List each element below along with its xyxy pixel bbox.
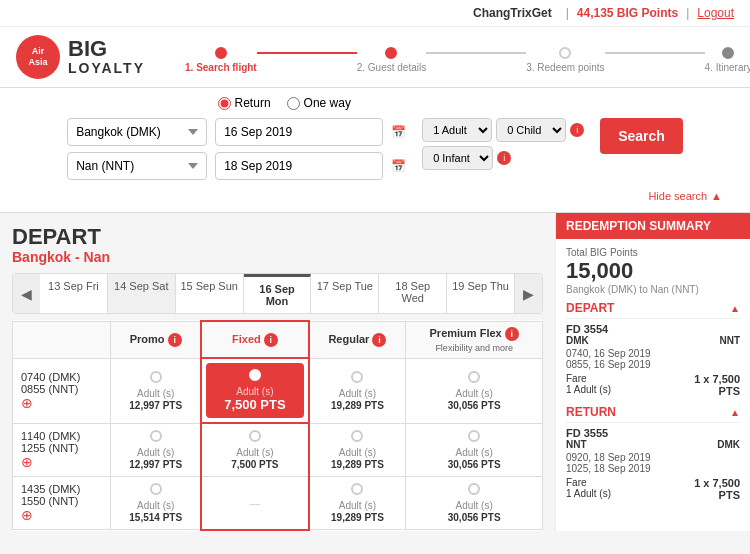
hide-search-label: Hide search xyxy=(648,190,707,202)
logout-link[interactable]: Logout xyxy=(697,6,734,20)
date-tab-0[interactable]: 13 Sep Fri xyxy=(40,274,108,313)
premflex-radio-1 xyxy=(468,430,480,442)
username: ChangTrixGet xyxy=(473,6,552,20)
total-pts-value: 15,000 xyxy=(566,258,740,284)
return-flight-detail: FD 3555 NNT DMK 0920, 18 Sep 2019 1025, … xyxy=(566,427,740,501)
premflex-cell-2[interactable]: Adult (s) 30,056 PTS xyxy=(406,477,543,530)
promo-radio-1 xyxy=(150,430,162,442)
return-date-input[interactable] xyxy=(215,152,383,180)
sep1: | xyxy=(566,6,569,20)
child-select[interactable]: 0 Child xyxy=(496,118,566,142)
promo-cell-2[interactable]: Adult (s) 15,514 PTS xyxy=(111,477,202,530)
premflex-info[interactable]: i xyxy=(505,327,519,341)
col-promo: Promo i xyxy=(111,321,202,358)
table-row: 0740 (DMK) 0855 (NNT) ⊕ Adult (s) 12,997… xyxy=(13,358,543,423)
flight-time-0: 0740 (DMK) 0855 (NNT) ⊕ xyxy=(21,371,102,411)
depart-fare-row: Fare 1 Adult (s) 1 x 7,500 PTS xyxy=(566,373,740,397)
oneway-radio-label[interactable]: One way xyxy=(287,96,351,110)
promo-radio-0 xyxy=(150,371,162,383)
regular-cell-0[interactable]: Adult (s) 19,289 PTS xyxy=(309,358,406,423)
premflex-cell-0[interactable]: Adult (s) 30,056 PTS xyxy=(406,358,543,423)
fixed-selected-0[interactable]: Adult (s) 7,500 PTS xyxy=(206,363,303,418)
return-time1: 0920, 18 Sep 2019 xyxy=(566,452,740,463)
depart-date-input[interactable] xyxy=(215,118,383,146)
date-label-3: 16 Sep Mon xyxy=(259,283,294,307)
origin-select[interactable]: Bangkok (DMK) xyxy=(67,118,207,146)
fixed-cell-1[interactable]: Adult (s) 7,500 PTS xyxy=(201,423,308,477)
premflex-cell-1[interactable]: Adult (s) 30,056 PTS xyxy=(406,423,543,477)
regular-cell-2[interactable]: Adult (s) 19,289 PTS xyxy=(309,477,406,530)
step-1-dot xyxy=(215,47,227,59)
fixed-info[interactable]: i xyxy=(264,333,278,347)
depart-arrow: ▲ xyxy=(730,303,740,314)
return-cal-icon[interactable]: 📅 xyxy=(391,159,406,173)
date-tab-6[interactable]: 19 Sep Thu xyxy=(447,274,515,313)
flight-plus-2[interactable]: ⊕ xyxy=(21,507,33,523)
top-bar: ChangTrixGet | 44,135 BIG Points | Logou… xyxy=(0,0,750,27)
fare-label: Fare xyxy=(566,373,611,384)
regular-cell-1[interactable]: Adult (s) 19,289 PTS xyxy=(309,423,406,477)
adult-select[interactable]: 1 Adult xyxy=(422,118,492,142)
date-tab-1[interactable]: 14 Sep Sat xyxy=(108,274,176,313)
regular-radio-2 xyxy=(351,483,363,495)
return-fare-adult: 1 Adult (s) xyxy=(566,488,611,499)
origin-row: Bangkok (DMK) 📅 xyxy=(67,118,406,146)
depart-cal-icon[interactable]: 📅 xyxy=(391,125,406,139)
pax-info-icon[interactable]: i xyxy=(570,123,584,137)
promo-info[interactable]: i xyxy=(168,333,182,347)
flight-plus-0[interactable]: ⊕ xyxy=(21,395,33,411)
flight-time-cell-2: 1435 (DMK) 1550 (NNT) ⊕ xyxy=(13,477,111,530)
prev-date-arrow[interactable]: ◀ xyxy=(13,274,40,313)
return-time2: 1025, 18 Sep 2019 xyxy=(566,463,740,474)
return-fare-row: Fare 1 Adult (s) 1 x 7,500 PTS xyxy=(566,477,740,501)
depart-airports: DMK NNT xyxy=(566,335,740,346)
step-2: 2. Guest details xyxy=(357,47,426,73)
right-panel: REDEMPTION SUMMARY Total BIG Points 15,0… xyxy=(555,213,750,531)
flight-time-1: 1140 (DMK) 1255 (NNT) ⊕ xyxy=(21,430,102,470)
col-premflex: Premium Flex i Flexibility and more xyxy=(406,321,543,358)
return-dest: DMK xyxy=(717,439,740,450)
return-radio-label[interactable]: Return xyxy=(218,96,271,110)
step-1: 1. Search flight xyxy=(185,47,257,73)
return-radio[interactable] xyxy=(218,97,231,110)
promo-radio-2 xyxy=(150,483,162,495)
depart-fare-pts: 1 x 7,500 PTS xyxy=(694,373,740,397)
hide-search-link[interactable]: Hide search ▲ xyxy=(648,190,722,202)
promo-cell-0[interactable]: Adult (s) 12,997 PTS xyxy=(111,358,202,423)
dest-select[interactable]: Nan (NNT) xyxy=(67,152,207,180)
return-fare-label: Fare xyxy=(566,477,611,488)
return-airports: NNT DMK xyxy=(566,439,740,450)
flight-time-cell-0: 0740 (DMK) 0855 (NNT) ⊕ xyxy=(13,358,111,423)
date-tab-2[interactable]: 15 Sep Sun xyxy=(176,274,244,313)
fixed-cell-0[interactable]: Adult (s) 7,500 PTS xyxy=(201,358,308,423)
depart-origin: DMK xyxy=(566,335,589,346)
date-label-0: 13 Sep Fri xyxy=(48,280,99,292)
next-date-arrow[interactable]: ▶ xyxy=(515,274,542,313)
return-label: Return xyxy=(235,96,271,110)
step-line-1 xyxy=(257,52,357,54)
date-tab-4[interactable]: 17 Sep Tue xyxy=(311,274,379,313)
depart-time2: 0855, 16 Sep 2019 xyxy=(566,359,740,370)
regular-info[interactable]: i xyxy=(372,333,386,347)
date-tab-3[interactable]: 16 Sep Mon xyxy=(244,274,312,313)
flight-plus-1[interactable]: ⊕ xyxy=(21,454,33,470)
return-arrow: ▲ xyxy=(730,407,740,418)
header: AirAsia BIG LOYALTY 1. Search flight 2. … xyxy=(0,27,750,88)
depart-title: DEPART xyxy=(12,225,543,249)
hide-search-icon: ▲ xyxy=(711,190,722,202)
col-flight xyxy=(13,321,111,358)
left-panel: DEPART Bangkok - Nan ◀ 13 Sep Fri 14 Sep… xyxy=(0,213,555,531)
promo-cell-1[interactable]: Adult (s) 12,997 PTS xyxy=(111,423,202,477)
col-fixed: Fixed i xyxy=(201,321,308,358)
step-4-dot xyxy=(722,47,734,59)
date-tab-5[interactable]: 18 Sep Wed xyxy=(379,274,447,313)
fixed-cell-2[interactable]: — xyxy=(201,477,308,530)
oneway-radio[interactable] xyxy=(287,97,300,110)
logo-circle-text: AirAsia xyxy=(28,46,47,68)
infant-select[interactable]: 0 Infant xyxy=(422,146,493,170)
search-button[interactable]: Search xyxy=(600,118,683,154)
infant-info-icon[interactable]: i xyxy=(497,151,511,165)
depart-flight-detail: FD 3554 DMK NNT 0740, 16 Sep 2019 0855, … xyxy=(566,323,740,397)
trip-type-row: Return One way xyxy=(20,96,730,110)
step-1-label: 1. Search flight xyxy=(185,62,257,73)
